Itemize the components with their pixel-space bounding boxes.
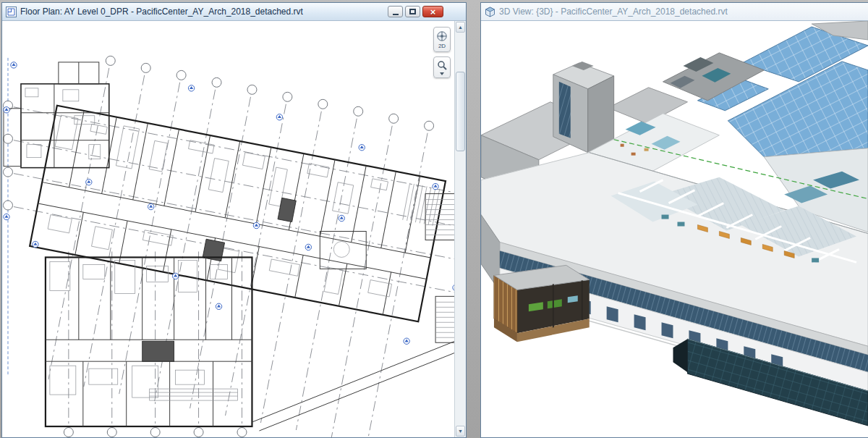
window-controls: × [388,6,462,17]
scroll-thumb[interactable] [456,72,465,151]
floor-plan-window: Floor Plan: AY Level 0_DPR - PacificCent… [1,2,467,438]
vertical-scrollbar[interactable]: ▲ ▼ [454,21,466,437]
stair-tower [553,62,614,153]
revit-mdi-workspace: Floor Plan: AY Level 0_DPR - PacificCent… [0,0,868,438]
close-button[interactable]: × [422,6,443,17]
steering-wheel-2d-label: 2D [438,43,446,49]
floor-plan-canvas[interactable]: 2D ▲ ▼ [2,21,466,437]
navigation-bar: 2D [433,27,451,78]
annotation-markers [4,62,459,345]
scroll-up-button[interactable]: ▲ [456,22,465,33]
three-d-view-icon [485,7,495,17]
three-d-view-window: 3D View: {3D} - PacificCenter_AY_Arch_20… [480,2,868,438]
scroll-down-button[interactable]: ▼ [456,426,465,437]
steering-wheel-button[interactable] [435,30,448,43]
wood-pavilion [494,265,590,342]
three-d-title: 3D View: {3D} - PacificCenter_AY_Arch_20… [499,7,728,17]
main-wing-plan [30,106,446,321]
three-d-titlebar[interactable]: 3D View: {3D} - PacificCenter_AY_Arch_20… [481,3,868,21]
chevron-down-icon[interactable] [440,72,444,75]
magnifier-icon [437,60,447,70]
zoom-panel [433,56,451,78]
close-icon: × [430,7,436,17]
zoom-button[interactable] [436,59,448,71]
floor-plan-view-icon [6,7,17,17]
minimize-button[interactable] [388,6,403,17]
floor-plan-drawing [2,21,466,437]
floor-plan-title: Floor Plan: AY Level 0_DPR - PacificCent… [20,7,303,17]
minimize-icon [393,14,399,15]
steering-wheel-panel: 2D [433,27,451,52]
maximize-button[interactable] [405,6,420,17]
three-d-drawing [481,21,868,437]
three-d-canvas[interactable] [481,21,868,437]
steering-wheel-icon [436,30,448,42]
floor-plan-titlebar[interactable]: Floor Plan: AY Level 0_DPR - PacificCent… [2,3,466,21]
maximize-icon [409,9,416,14]
